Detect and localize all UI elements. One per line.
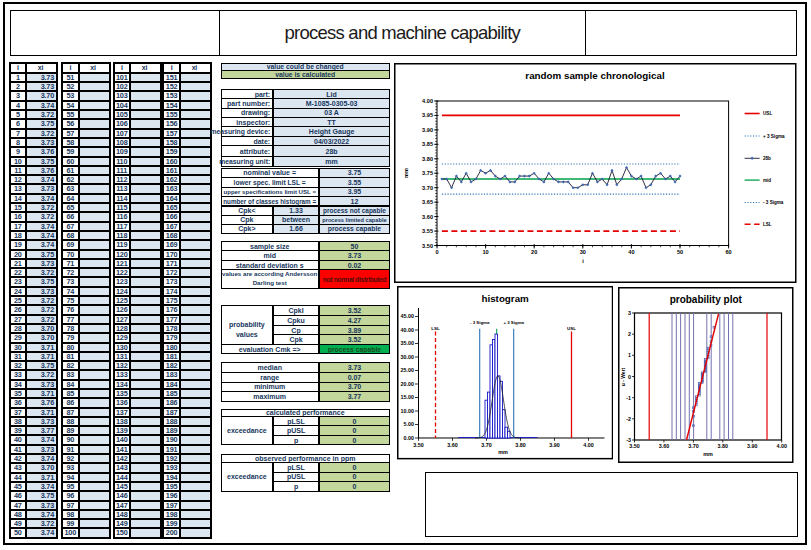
svg-text:LSL: LSL	[763, 222, 772, 227]
svg-text:3.85: 3.85	[422, 141, 433, 147]
svg-text:mm: mm	[498, 450, 508, 456]
svg-text:3.60: 3.60	[659, 443, 670, 449]
svg-text:u - Wert: u - Wert	[620, 367, 626, 386]
svg-text:45.00: 45.00	[401, 314, 414, 320]
svg-text:probability plot: probability plot	[670, 294, 743, 305]
svg-text:3.60: 3.60	[422, 213, 433, 219]
svg-text:3.90: 3.90	[422, 126, 433, 132]
svg-text:4.00: 4.00	[776, 443, 787, 449]
svg-text:3.70: 3.70	[422, 184, 433, 190]
svg-text:3.95: 3.95	[422, 112, 433, 118]
svg-text:3.80: 3.80	[515, 443, 525, 449]
svg-text:3.80: 3.80	[718, 443, 729, 449]
svg-text:-1: -1	[626, 395, 631, 401]
svg-text:histogram: histogram	[482, 293, 530, 304]
svg-text:20: 20	[531, 248, 537, 254]
svg-text:3.70: 3.70	[688, 443, 699, 449]
svg-text:5.00: 5.00	[404, 422, 414, 428]
svg-text:40.00: 40.00	[401, 327, 414, 333]
svg-text:30: 30	[580, 248, 586, 254]
svg-text:10: 10	[482, 248, 488, 254]
svg-text:+ 3 Sigma: + 3 Sigma	[763, 133, 785, 138]
svg-text:4.00: 4.00	[583, 443, 593, 449]
svg-text:mm: mm	[403, 168, 409, 178]
svg-text:USL: USL	[567, 326, 576, 331]
svg-text:3.75: 3.75	[422, 170, 433, 176]
svg-text:20.00: 20.00	[401, 381, 414, 387]
svg-text:30.00: 30.00	[401, 354, 414, 360]
svg-text:10.00: 10.00	[401, 408, 414, 414]
svg-text:2: 2	[628, 331, 631, 337]
svg-text:- 3 Sigma: - 3 Sigma	[470, 321, 490, 326]
svg-text:3.50: 3.50	[413, 443, 423, 449]
svg-text:3.90: 3.90	[747, 443, 758, 449]
svg-text:15.00: 15.00	[401, 395, 414, 401]
svg-text:mid: mid	[763, 177, 771, 182]
svg-text:USL: USL	[763, 111, 772, 116]
svg-text:50: 50	[677, 248, 683, 254]
svg-text:LSL: LSL	[431, 326, 440, 331]
svg-text:0.00: 0.00	[404, 435, 414, 441]
svg-text:3.50: 3.50	[629, 443, 640, 449]
svg-text:25.00: 25.00	[401, 368, 414, 374]
svg-text:3.55: 3.55	[422, 228, 433, 234]
svg-text:3.70: 3.70	[481, 443, 491, 449]
svg-text:random sample chronological: random sample chronological	[525, 69, 665, 80]
svg-text:1: 1	[628, 352, 631, 358]
svg-text:60: 60	[725, 248, 731, 254]
svg-text:- 3 Sigma: - 3 Sigma	[763, 200, 784, 205]
svg-text:40: 40	[628, 248, 634, 254]
svg-text:0: 0	[435, 248, 438, 254]
svg-text:0: 0	[628, 374, 631, 380]
svg-text:28b: 28b	[763, 156, 771, 161]
svg-text:35.00: 35.00	[401, 341, 414, 347]
svg-text:3.50: 3.50	[422, 242, 433, 248]
svg-text:3.80: 3.80	[422, 155, 433, 161]
svg-text:+ 3 Sigma: + 3 Sigma	[503, 321, 524, 326]
svg-text:3.60: 3.60	[447, 443, 457, 449]
svg-text:3.65: 3.65	[422, 199, 433, 205]
svg-text:3: 3	[628, 310, 631, 316]
svg-text:-2: -2	[626, 416, 631, 422]
svg-text:4.00: 4.00	[422, 98, 433, 104]
svg-text:3.90: 3.90	[549, 443, 559, 449]
svg-text:mm: mm	[703, 451, 713, 457]
